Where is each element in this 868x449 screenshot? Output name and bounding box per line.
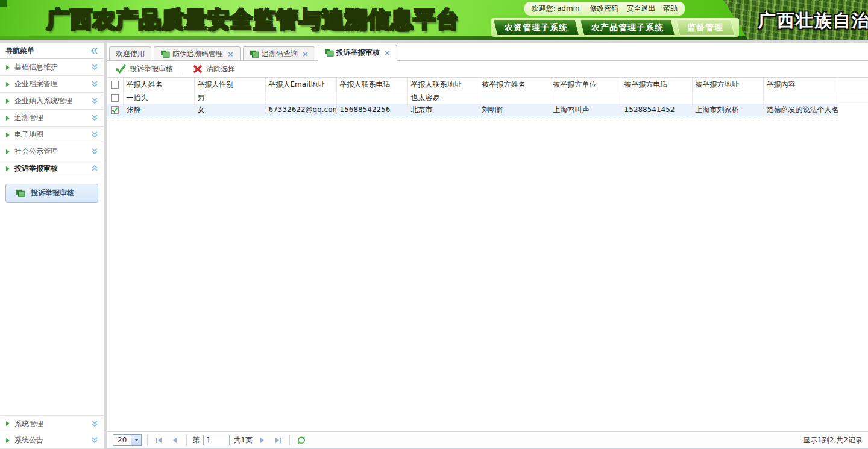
change-password-link[interactable]: 修改密码	[590, 4, 618, 13]
column-header[interactable]: 举报人联系地址	[407, 78, 479, 92]
sidebar-item[interactable]: 电子地图	[0, 127, 104, 143]
sidebar-item-label: 投诉举报审核	[14, 163, 58, 174]
column-header-filler	[838, 78, 868, 92]
column-header[interactable]: 被举报方单位	[550, 78, 621, 92]
system-tab[interactable]: 监督管理	[676, 19, 735, 36]
system-tab[interactable]: 农资管理子系统	[493, 19, 580, 36]
system-tab[interactable]: 农产品管理子系统	[580, 19, 676, 36]
document-tab-label: 投诉举报审核	[336, 48, 380, 58]
region-banner-text: 广西壮族自治区	[758, 9, 868, 33]
cell	[265, 92, 336, 104]
welcome-prefix: 欢迎您:	[532, 4, 556, 13]
chevron-double-down-icon[interactable]	[91, 131, 98, 138]
document-tab-label: 追溯码查询	[262, 49, 298, 59]
clear-selection-button[interactable]: 清除选择	[189, 62, 239, 76]
first-page-button[interactable]	[153, 434, 165, 446]
record-summary: 显示1到2,共2记录	[803, 435, 863, 445]
table-header-row: 举报人姓名举报人性别举报人Email地址举报人联系电话举报人联系地址被举报方姓名…	[107, 78, 868, 92]
audit-button[interactable]: 投诉举报审核	[112, 62, 177, 76]
column-header[interactable]: 被举报方电话	[621, 78, 692, 92]
app-window: 广西农产品质量安全监管与追溯信息平台 欢迎您:admin 修改密码 安全退出 帮…	[0, 0, 868, 449]
sidebar-item[interactable]: 系统公告	[0, 432, 104, 449]
chevron-down-icon[interactable]	[131, 435, 141, 445]
help-link[interactable]: 帮助	[663, 4, 678, 13]
sidebar-item-label: 企业档案管理	[14, 79, 58, 89]
document-tab[interactable]: 追溯码查询×	[243, 46, 315, 61]
app-title: 广西农产品质量安全监管与追溯信息平台	[47, 5, 459, 35]
tab-close-icon[interactable]: ×	[227, 50, 234, 58]
document-tabbar: 欢迎使用防伪追溯码管理×追溯码查询×投诉举报审核×	[107, 43, 868, 61]
chevron-double-up-icon[interactable]	[91, 165, 98, 172]
logout-link[interactable]: 安全退出	[626, 4, 655, 13]
cell: 张静	[123, 104, 194, 116]
triangle-right-icon	[5, 149, 10, 155]
folder-icon	[250, 50, 259, 58]
row-checkbox[interactable]	[111, 106, 119, 114]
column-header[interactable]: 举报内容	[763, 78, 838, 92]
refresh-icon[interactable]	[295, 434, 307, 446]
welcome-bar: 欢迎您:admin 修改密码 安全退出 帮助	[524, 2, 685, 16]
table-row[interactable]: 张静女67332622@qq.com15688542256北京市刘明辉上海鸣叫声…	[107, 104, 868, 116]
chevron-double-down-icon[interactable]	[91, 98, 98, 104]
sidebar-item[interactable]: 企业档案管理	[0, 76, 104, 93]
document-tab[interactable]: 防伪追溯码管理×	[154, 46, 241, 61]
row-checkbox[interactable]	[111, 94, 119, 102]
column-header[interactable]: 被举报方地址	[692, 78, 763, 92]
cell: 男	[194, 92, 265, 104]
sidebar-item[interactable]: 投诉举报审核	[0, 160, 104, 177]
sidebar-item-label: 基础信息维护	[14, 62, 58, 72]
chevron-double-down-icon[interactable]	[91, 421, 98, 427]
column-header[interactable]: 举报人性别	[194, 78, 265, 92]
triangle-right-icon	[5, 166, 10, 172]
column-header[interactable]: 被举报方姓名	[479, 78, 550, 92]
cell: 范德萨发的说法个人名	[763, 104, 838, 116]
triangle-right-icon	[5, 98, 10, 104]
sidebar-item[interactable]: 企业纳入系统管理	[0, 93, 104, 110]
audit-button-label: 投诉举报审核	[130, 64, 173, 74]
sidebar-item-label: 系统管理	[14, 419, 43, 429]
header-banner: 广西农产品质量安全监管与追溯信息平台 欢迎您:admin 修改密码 安全退出 帮…	[0, 0, 868, 40]
column-header[interactable]: 举报人姓名	[123, 78, 194, 92]
document-tab[interactable]: 投诉举报审核×	[318, 45, 397, 61]
pager-separator	[289, 435, 290, 445]
sidebar-item-label: 追溯管理	[14, 113, 43, 123]
document-tab-label: 欢迎使用	[116, 49, 145, 59]
cell: 也太容易	[407, 92, 479, 104]
sidebar-menu-bottom: 系统管理系统公告	[0, 415, 104, 449]
cell-filler	[838, 92, 868, 104]
column-header[interactable]: 举报人联系电话	[336, 78, 407, 92]
table-row[interactable]: 一抬头男也太容易	[107, 92, 868, 104]
cell: 67332622@qq.com	[265, 104, 336, 116]
cell: 刘明辉	[479, 104, 550, 116]
sidebar-item[interactable]: 基础信息维护	[0, 59, 104, 76]
sidebar-item-label: 企业纳入系统管理	[14, 96, 72, 106]
region-banner-image: 广西壮族自治区	[723, 0, 868, 40]
cell	[479, 92, 550, 104]
sidebar-item-label: 电子地图	[14, 130, 43, 140]
column-header[interactable]: 举报人Email地址	[265, 78, 336, 92]
submenu-item-complaint-audit[interactable]: 投诉举报审核	[5, 184, 98, 203]
page-number-input[interactable]	[203, 435, 230, 445]
prev-page-button[interactable]	[169, 434, 181, 446]
last-page-button[interactable]	[272, 434, 284, 446]
chevron-double-down-icon[interactable]	[91, 115, 98, 121]
chevron-double-down-icon[interactable]	[91, 437, 98, 444]
row-select-cell	[107, 104, 123, 116]
select-all-checkbox[interactable]	[111, 81, 119, 89]
page-size-select[interactable]: 20	[113, 434, 142, 446]
tab-close-icon[interactable]: ×	[302, 50, 309, 58]
document-tab[interactable]: 欢迎使用	[109, 46, 151, 61]
header-corner-decor	[0, 0, 7, 7]
sidebar-item[interactable]: 系统管理	[0, 415, 104, 432]
chevron-double-down-icon[interactable]	[91, 64, 98, 71]
chevron-double-down-icon[interactable]	[91, 148, 98, 155]
tab-close-icon[interactable]: ×	[384, 49, 391, 57]
sidebar-item[interactable]: 社会公示管理	[0, 143, 104, 160]
next-page-button[interactable]	[256, 434, 268, 446]
sidebar-collapse-icon[interactable]	[90, 48, 98, 54]
chevron-double-down-icon[interactable]	[91, 81, 98, 87]
pager-separator	[147, 435, 148, 445]
sidebar-item[interactable]: 追溯管理	[0, 110, 104, 127]
sidebar-submenu-panel: 投诉举报审核	[0, 177, 104, 209]
complaints-table: 举报人姓名举报人性别举报人Email地址举报人联系电话举报人联系地址被举报方姓名…	[107, 78, 868, 116]
